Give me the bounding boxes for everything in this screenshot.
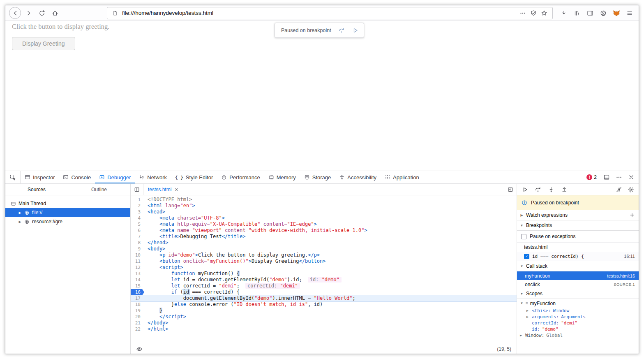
stack-frame-myfunction[interactable]: myFunction testss.html:16	[517, 271, 639, 280]
expand-arrow-icon[interactable]: ▶	[520, 213, 524, 217]
home-button[interactable]	[49, 7, 60, 19]
page-actions-icon[interactable]	[519, 10, 526, 16]
tab-inspector[interactable]: Inspector	[21, 171, 59, 183]
line-number[interactable]: 1	[131, 197, 144, 203]
breakpoint-row[interactable]: ✓ id === correctId) { 16:11	[517, 252, 639, 261]
scope-variable-this[interactable]: ▶ <this>: Window	[517, 308, 639, 314]
step-out-button[interactable]	[561, 186, 568, 193]
code-line-19[interactable]: 19 }	[131, 308, 517, 314]
code-line-2[interactable]: 2<html lang="en">	[131, 203, 517, 209]
tree-item-resource-gre[interactable]: ▶ resource://gre	[5, 217, 130, 226]
stack-frame-onclick[interactable]: onclick SOURCE:1	[517, 280, 639, 289]
line-number[interactable]: 19	[131, 308, 144, 314]
code-line-17[interactable]: 17 document.getElementById("demo").inner…	[131, 295, 517, 301]
line-number[interactable]: 5	[131, 221, 144, 227]
line-number[interactable]: 13	[131, 271, 144, 277]
pause-on-exceptions-checkbox[interactable]	[521, 234, 526, 239]
reload-button[interactable]	[36, 7, 47, 19]
line-number[interactable]: 4	[131, 215, 144, 221]
line-number[interactable]: 11	[131, 258, 144, 264]
breakpoint-checkbox[interactable]: ✓	[524, 254, 529, 259]
paused-line-marker[interactable]: 16	[131, 289, 144, 295]
line-number[interactable]: 14	[131, 277, 144, 283]
step-over-button[interactable]	[535, 186, 541, 193]
line-number[interactable]: 8	[131, 240, 144, 246]
metamask-extension-button[interactable]	[611, 7, 622, 19]
breakpoints-section[interactable]: ▼ Breakpoints	[517, 220, 639, 231]
pick-element-button[interactable]	[5, 171, 21, 183]
code-line-21[interactable]: 21</body>	[131, 320, 517, 326]
expand-arrow-icon[interactable]: ▶	[520, 334, 522, 337]
shield-icon[interactable]	[530, 10, 537, 16]
code-line-6[interactable]: 6 <meta name="viewport" content="width=d…	[131, 227, 517, 234]
collapse-arrow-icon[interactable]: ▼	[520, 224, 524, 227]
display-greeting-button[interactable]: Display Greeting	[12, 37, 75, 50]
scope-window-global[interactable]: ▶ Window: Global	[517, 332, 639, 338]
collapse-arrow-icon[interactable]: ▼	[520, 264, 524, 268]
split-console-button[interactable]	[601, 171, 612, 183]
panes-collapse-button[interactable]	[504, 184, 517, 195]
code-line-5[interactable]: 5 <meta http-equiv="X-UA-Compatible" con…	[131, 221, 517, 227]
line-number[interactable]: 7	[131, 234, 144, 240]
step-over-icon[interactable]	[338, 27, 345, 34]
line-number[interactable]: 9	[131, 246, 144, 252]
expand-arrow-icon[interactable]: ▶	[18, 220, 22, 224]
collapse-arrow-icon[interactable]: ▼	[520, 301, 524, 305]
download-button[interactable]	[558, 7, 569, 19]
devtools-menu-button[interactable]	[613, 171, 624, 183]
code-line-15[interactable]: 15 let correctId = "demi";correctId: "de…	[131, 283, 517, 289]
collapse-arrow-icon[interactable]: ▼	[520, 292, 524, 296]
tab-application[interactable]: Application	[381, 171, 423, 183]
preview-eye-icon[interactable]	[136, 346, 143, 352]
expand-arrow-icon[interactable]: ▶	[526, 315, 529, 319]
code-line-1[interactable]: 1<!DOCTYPE html>	[131, 197, 517, 203]
code-line-9[interactable]: 9<body>	[131, 246, 517, 252]
line-number[interactable]: 6	[131, 227, 144, 234]
code-line-18[interactable]: 18 }else console.error ("ID doesn't matc…	[131, 301, 517, 308]
watch-expressions-section[interactable]: ▶ Watch expressions	[517, 210, 639, 220]
code-line-16[interactable]: 16 if (id === correctId) {	[131, 289, 517, 295]
add-watch-expression-button[interactable]	[629, 212, 636, 218]
line-number[interactable]: 2	[131, 203, 144, 209]
sidebar-button[interactable]	[584, 7, 596, 19]
code-line-3[interactable]: 3<head>	[131, 209, 517, 215]
back-button[interactable]	[9, 7, 21, 19]
code-line-10[interactable]: 10 <p id="demo">Click the button to disp…	[131, 252, 517, 258]
code-line-7[interactable]: 7 <title>Debugging Test</title>	[131, 234, 517, 240]
tab-performance[interactable]: Performance	[217, 171, 264, 183]
skip-pausing-button[interactable]	[616, 186, 622, 193]
code-line-8[interactable]: 8</head>	[131, 240, 517, 246]
tab-sources[interactable]: Sources	[5, 184, 68, 195]
line-number[interactable]: 10	[131, 252, 144, 258]
call-stack-section[interactable]: ▼ Call stack	[517, 261, 639, 271]
library-button[interactable]	[571, 7, 582, 19]
menu-button[interactable]	[624, 7, 635, 19]
code-line-13[interactable]: 13 function myFunction() {	[131, 271, 517, 277]
close-tab-icon[interactable]: ×	[175, 187, 178, 192]
line-number[interactable]: 21	[131, 320, 144, 326]
debugger-settings-button[interactable]	[628, 186, 634, 193]
error-count-badge[interactable]: !2	[584, 174, 600, 180]
url-bar[interactable]: file:///home/hannydevelop/testss.html	[107, 7, 553, 19]
expand-arrow-icon[interactable]: ▶	[18, 211, 22, 215]
line-number[interactable]: 18	[131, 301, 144, 308]
code-line-14[interactable]: 14 let id = document.getElementById("dem…	[131, 277, 517, 283]
scope-variable-arguments[interactable]: ▶ arguments: Arguments	[517, 314, 639, 320]
devtools-close-button[interactable]	[626, 171, 637, 183]
line-number[interactable]: 3	[131, 209, 144, 215]
tab-memory[interactable]: Memory	[264, 171, 300, 183]
tab-style-editor[interactable]: { }Style Editor	[171, 171, 217, 183]
tab-debugger[interactable]: Debugger	[95, 171, 135, 183]
file-tab-testss[interactable]: testss.html ×	[143, 184, 183, 195]
sources-panel-toggle-button[interactable]	[131, 184, 143, 195]
tab-storage[interactable]: Storage	[300, 171, 335, 183]
line-number[interactable]: 22	[131, 326, 144, 332]
forward-button[interactable]	[23, 7, 34, 19]
tab-console[interactable]: Console	[59, 171, 95, 183]
code-line-4[interactable]: 4 <meta charset="UTF-8">	[131, 215, 517, 221]
resume-icon[interactable]	[352, 27, 358, 34]
account-button[interactable]	[598, 7, 609, 19]
scope-block-myfunction[interactable]: ▼ ≡ myFunction	[517, 299, 639, 308]
code-editor[interactable]: 1<!DOCTYPE html>2<html lang="en">3<head>…	[131, 195, 517, 344]
tab-accessibility[interactable]: Accessibility	[335, 171, 381, 183]
